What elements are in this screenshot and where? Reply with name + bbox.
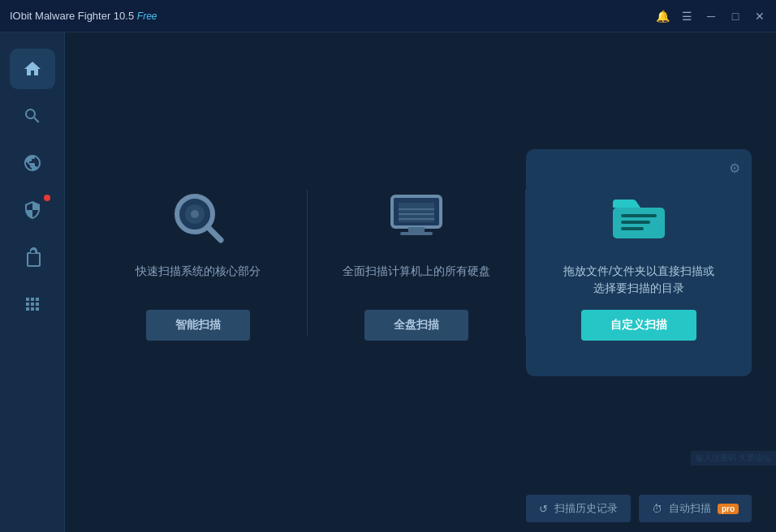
svg-rect-12 xyxy=(621,214,657,217)
svg-rect-9 xyxy=(408,227,425,232)
custom-scan-card: ⚙ 拖放文件/文件夹以直接扫描或 选择要扫描的目录 自定义扫描 xyxy=(526,149,752,376)
monitor-icon xyxy=(384,185,449,250)
full-scan-card: 全面扫描计算机上的所有硬盘 全盘扫描 xyxy=(308,157,525,368)
main-container: 快速扫描系统的核心部分 智能扫描 xyxy=(0,32,776,532)
maximize-button[interactable]: □ xyxy=(729,10,742,23)
search-icon xyxy=(23,106,42,126)
sidebar-item-tools[interactable] xyxy=(10,237,55,277)
scan-history-button[interactable]: ↺ 扫描历史记录 xyxy=(526,495,631,522)
apps-icon xyxy=(23,294,42,314)
scan-history-label: 扫描历史记录 xyxy=(554,501,618,516)
smart-scan-card: 快速扫描系统的核心部分 智能扫描 xyxy=(89,157,307,368)
globe-icon xyxy=(23,153,42,173)
svg-line-3 xyxy=(208,227,221,240)
content-area: 快速扫描系统的核心部分 智能扫描 xyxy=(65,32,776,532)
window-controls: 🔔 ☰ ─ □ ✕ xyxy=(656,10,766,23)
magnifier-icon xyxy=(166,185,231,250)
custom-scan-button[interactable]: 自定义扫描 xyxy=(581,310,696,341)
full-scan-desc: 全面扫描计算机上的所有硬盘 xyxy=(343,263,490,297)
scan-cards-area: 快速扫描系统的核心部分 智能扫描 xyxy=(65,32,776,485)
pro-badge: pro xyxy=(718,504,739,514)
close-button[interactable]: ✕ xyxy=(753,10,766,23)
history-icon: ↺ xyxy=(539,503,548,515)
full-scan-button[interactable]: 全盘扫描 xyxy=(364,310,468,341)
sidebar-item-home[interactable] xyxy=(10,49,55,89)
watermark: 输入注册码 久爱论坛 xyxy=(691,451,776,466)
titlebar: IObit Malware Fighter 10.5 Free 🔔 ☰ ─ □ … xyxy=(0,0,776,32)
bottom-bar: ↺ 扫描历史记录 ⏱ 自动扫描 pro xyxy=(65,485,776,532)
auto-scan-button[interactable]: ⏱ 自动扫描 pro xyxy=(639,495,752,522)
sidebar-item-protection[interactable] xyxy=(10,190,55,230)
sidebar-item-scan[interactable] xyxy=(10,96,55,136)
briefcase-icon xyxy=(23,247,42,267)
svg-rect-14 xyxy=(621,227,644,230)
settings-icon[interactable]: ⚙ xyxy=(729,161,740,176)
sidebar-item-apps[interactable] xyxy=(10,284,55,324)
smart-scan-desc: 快速扫描系统的核心部分 xyxy=(136,263,261,297)
auto-scan-icon: ⏱ xyxy=(652,503,662,515)
smart-scan-button[interactable]: 智能扫描 xyxy=(146,310,250,341)
folder-icon xyxy=(606,185,671,250)
bell-icon[interactable]: 🔔 xyxy=(656,10,669,23)
auto-scan-label: 自动扫描 xyxy=(669,501,711,516)
svg-rect-13 xyxy=(621,221,650,224)
app-title: IObit Malware Fighter 10.5 Free xyxy=(10,10,656,22)
sidebar-item-web[interactable] xyxy=(10,143,55,183)
custom-scan-desc: 拖放文件/文件夹以直接扫描或 选择要扫描的目录 xyxy=(563,263,714,297)
svg-rect-10 xyxy=(400,232,433,235)
menu-icon[interactable]: ☰ xyxy=(680,10,693,23)
home-icon xyxy=(23,59,42,79)
svg-point-2 xyxy=(191,210,199,218)
sidebar xyxy=(0,32,65,532)
minimize-button[interactable]: ─ xyxy=(705,10,718,23)
shield-icon xyxy=(23,200,42,220)
